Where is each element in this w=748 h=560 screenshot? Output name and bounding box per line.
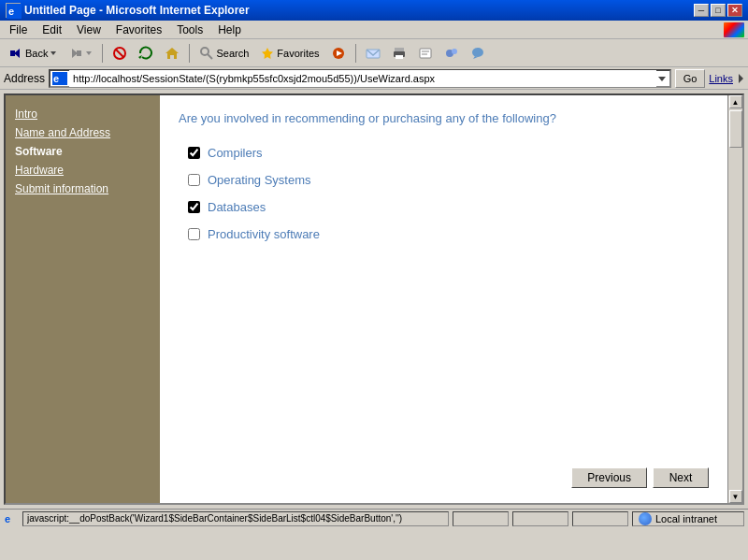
- statusbar-script: javascript:__doPostBack('Wizard1$SideBar…: [22, 511, 449, 526]
- svg-rect-20: [396, 55, 403, 59]
- svg-marker-31: [739, 74, 743, 83]
- svg-rect-3: [10, 50, 15, 56]
- discuss-button[interactable]: [439, 42, 464, 65]
- search-label: Search: [216, 48, 249, 59]
- minimize-button[interactable]: ─: [694, 4, 709, 17]
- statusbar-empty-1: [453, 511, 509, 526]
- edit-icon: [418, 46, 433, 61]
- svg-marker-7: [86, 51, 92, 55]
- svg-point-25: [452, 49, 457, 54]
- maximize-button[interactable]: □: [711, 4, 726, 17]
- wizard-content: Are you involved in recommending or purc…: [160, 95, 727, 503]
- menu-favorites[interactable]: Favorites: [110, 22, 167, 38]
- sidebar-item-software[interactable]: Software: [13, 144, 152, 159]
- wizard-question: Are you involved in recommending or purc…: [179, 110, 709, 127]
- sidebar-item-hardware[interactable]: Hardware: [13, 163, 152, 178]
- checkbox-operating-systems-input[interactable]: [188, 174, 200, 186]
- checkbox-productivity-software-label: Productivity software: [208, 227, 320, 241]
- address-label: Address: [4, 72, 45, 85]
- svg-text:e: e: [53, 73, 59, 84]
- back-icon: [8, 46, 23, 61]
- forward-button[interactable]: [64, 42, 97, 65]
- statusbar-text: javascript:__doPostBack('Wizard1$SideBar…: [27, 513, 402, 524]
- scroll-thumb[interactable]: [729, 110, 742, 148]
- svg-point-26: [472, 48, 483, 57]
- checkbox-databases-label: Databases: [208, 200, 266, 214]
- home-button[interactable]: [160, 42, 184, 65]
- titlebar-icon: e: [6, 3, 21, 18]
- checkbox-databases-input[interactable]: [188, 201, 200, 213]
- previous-button[interactable]: Previous: [571, 467, 647, 488]
- window-title: Untitled Page - Microsoft Internet Explo…: [24, 4, 250, 17]
- svg-rect-6: [77, 50, 81, 56]
- checkbox-compilers-label: Compilers: [208, 146, 263, 160]
- address-input[interactable]: [69, 70, 656, 87]
- svg-marker-11: [165, 48, 179, 59]
- mail-button[interactable]: [361, 42, 385, 65]
- checkbox-productivity-software-input[interactable]: [188, 228, 200, 240]
- titlebar: e Untitled Page - Microsoft Internet Exp…: [0, 0, 748, 21]
- menu-view[interactable]: View: [71, 22, 107, 38]
- stop-icon: [112, 46, 127, 61]
- back-button[interactable]: Back: [4, 42, 62, 65]
- favorites-icon: [260, 46, 275, 61]
- wizard-buttons: Previous Next: [179, 467, 709, 488]
- checkbox-compilers-input[interactable]: [188, 147, 200, 159]
- sidebar-item-intro[interactable]: Intro: [13, 107, 152, 122]
- print-button[interactable]: [387, 42, 411, 65]
- menu-tools[interactable]: Tools: [171, 22, 209, 38]
- menubar: File Edit View Favorites Tools Help: [0, 21, 748, 39]
- checkbox-productivity-software[interactable]: Productivity software: [188, 227, 709, 241]
- scroll-up-button[interactable]: ▲: [729, 95, 742, 108]
- svg-marker-4: [50, 51, 56, 55]
- globe-icon: [639, 512, 652, 525]
- home-icon: [165, 46, 180, 61]
- svg-text:e: e: [8, 6, 14, 17]
- separator-2: [189, 44, 190, 63]
- media-button[interactable]: [326, 42, 351, 65]
- window-controls: ─ □ ✕: [694, 4, 742, 17]
- favorites-label: Favorites: [277, 48, 319, 59]
- search-button[interactable]: Search: [194, 42, 253, 65]
- wizard-sidebar: Intro Name and Address Software Hardware…: [6, 95, 160, 503]
- menu-edit[interactable]: Edit: [36, 22, 67, 38]
- favorites-button[interactable]: Favorites: [255, 42, 324, 65]
- back-label: Back: [25, 48, 48, 59]
- statusbar-empty-2: [512, 511, 568, 526]
- svg-marker-10: [138, 55, 142, 59]
- svg-line-13: [208, 54, 212, 59]
- go-button[interactable]: Go: [675, 69, 706, 88]
- statusbar-zone-label: Local intranet: [655, 513, 717, 524]
- checkbox-compilers[interactable]: Compilers: [188, 146, 709, 160]
- svg-marker-14: [262, 48, 273, 59]
- next-button[interactable]: Next: [653, 467, 709, 488]
- messenger-button[interactable]: [466, 42, 490, 65]
- menu-help[interactable]: Help: [212, 22, 247, 38]
- stop-button[interactable]: [108, 42, 132, 65]
- media-icon: [331, 46, 346, 61]
- discuss-icon: [444, 46, 459, 61]
- svg-text:e: e: [5, 513, 10, 524]
- mail-icon: [366, 46, 381, 61]
- forward-icon: [68, 46, 83, 61]
- svg-point-12: [201, 48, 209, 55]
- messenger-icon: [470, 46, 485, 61]
- refresh-button[interactable]: [134, 42, 158, 65]
- scrollbar-vertical[interactable]: ▲ ▼: [727, 95, 742, 503]
- checkbox-list: Compilers Operating Systems Databases Pr…: [188, 146, 709, 241]
- checkbox-operating-systems[interactable]: Operating Systems: [188, 173, 709, 187]
- refresh-icon: [138, 46, 153, 61]
- checkbox-databases[interactable]: Databases: [188, 200, 709, 214]
- edit-button[interactable]: [413, 42, 438, 65]
- svg-rect-21: [420, 49, 431, 58]
- checkbox-operating-systems-label: Operating Systems: [208, 173, 311, 187]
- menu-file[interactable]: File: [4, 22, 33, 38]
- toolbar: Back: [0, 39, 748, 67]
- links-label[interactable]: Links: [709, 73, 733, 84]
- close-button[interactable]: ✕: [727, 4, 742, 17]
- statusbar-zone: Local intranet: [632, 511, 744, 526]
- sidebar-item-name-address[interactable]: Name and Address: [13, 125, 152, 140]
- sidebar-item-submit[interactable]: Submit information: [13, 181, 152, 196]
- scroll-down-button[interactable]: ▼: [729, 490, 742, 503]
- svg-line-9: [116, 50, 123, 57]
